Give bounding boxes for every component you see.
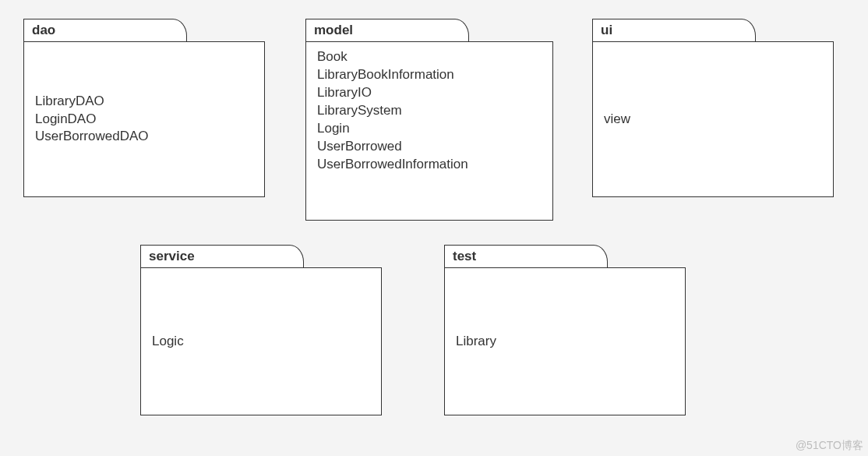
package-model-name: model xyxy=(314,23,353,37)
package-dao: dao LibraryDAO LoginDAO UserBorrowedDAO xyxy=(23,19,265,197)
package-ui-name: ui xyxy=(601,23,612,37)
package-dao-class: LoginDAO xyxy=(35,111,253,129)
package-model-class: UserBorrowed xyxy=(317,138,542,156)
package-model-class: Login xyxy=(317,120,542,138)
package-model-class: LibraryBookInformation xyxy=(317,66,542,84)
package-model-class: LibraryIO xyxy=(317,84,542,102)
package-model: model Book LibraryBookInformation Librar… xyxy=(305,19,553,221)
package-ui-body: view xyxy=(592,41,834,197)
package-test: test Library xyxy=(444,245,686,415)
package-diagram-canvas: dao LibraryDAO LoginDAO UserBorrowedDAO … xyxy=(0,0,868,456)
package-ui-class: view xyxy=(604,111,822,129)
package-service: service Logic xyxy=(140,245,382,415)
package-dao-class: LibraryDAO xyxy=(35,93,253,111)
package-model-tab: model xyxy=(305,19,469,41)
package-service-body: Logic xyxy=(140,267,382,415)
package-test-class: Library xyxy=(456,333,674,351)
watermark-text: @51CTO博客 xyxy=(796,439,863,453)
package-dao-class: UserBorrowedDAO xyxy=(35,128,253,146)
package-ui-tab: ui xyxy=(592,19,756,41)
package-test-body: Library xyxy=(444,267,686,415)
package-test-name: test xyxy=(453,249,476,263)
package-model-body: Book LibraryBookInformation LibraryIO Li… xyxy=(305,41,553,221)
package-dao-body: LibraryDAO LoginDAO UserBorrowedDAO xyxy=(23,41,265,197)
package-service-tab: service xyxy=(140,245,304,267)
package-dao-tab: dao xyxy=(23,19,187,41)
package-model-class: LibrarySystem xyxy=(317,102,542,120)
package-model-class: Book xyxy=(317,48,542,66)
package-service-name: service xyxy=(149,249,195,263)
package-dao-name: dao xyxy=(32,23,55,37)
package-ui: ui view xyxy=(592,19,834,197)
package-model-class: UserBorrowedInformation xyxy=(317,156,542,174)
package-service-class: Logic xyxy=(152,333,370,351)
package-test-tab: test xyxy=(444,245,608,267)
